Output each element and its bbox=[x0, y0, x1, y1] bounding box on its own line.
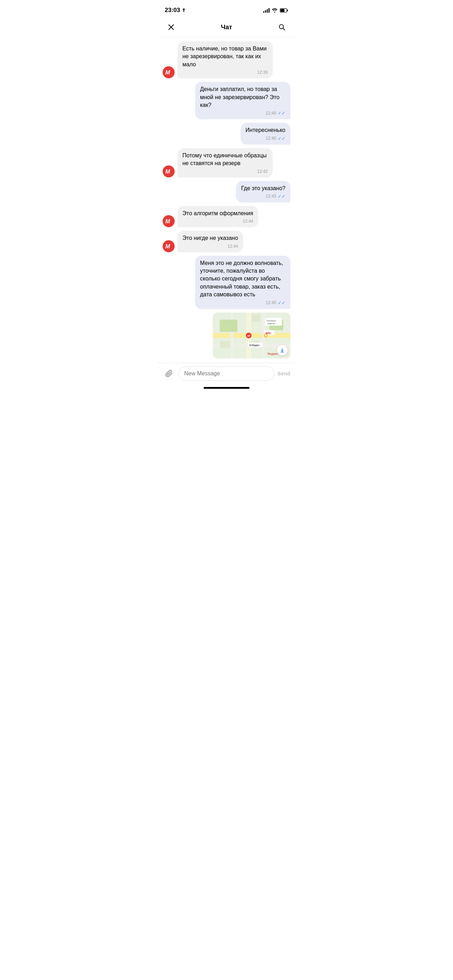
message-time: 12:39 bbox=[257, 70, 268, 75]
signal-icon bbox=[263, 8, 270, 13]
message-row: М Это нигде не указано 12:44 bbox=[163, 231, 290, 252]
message-text: Потому что единичные образцы не ставятся… bbox=[183, 152, 268, 167]
message-meta: 12:42 bbox=[183, 169, 268, 174]
wifi-icon bbox=[272, 8, 278, 13]
read-checkmarks: ✓✓ bbox=[278, 136, 285, 141]
message-bubble: Это нигде не указано 12:44 bbox=[178, 231, 243, 252]
message-meta: 12:39 bbox=[183, 70, 268, 75]
brand-logo: М bbox=[165, 69, 173, 75]
message-text: Интересненько bbox=[246, 126, 285, 134]
message-meta: 12:45 ✓✓ bbox=[200, 300, 285, 305]
message-meta: 12:43 ✓✓ bbox=[241, 194, 285, 199]
svg-text:Торговый: Торговый bbox=[266, 320, 275, 322]
brand-logo: М bbox=[165, 243, 173, 250]
send-button[interactable]: Send bbox=[277, 371, 290, 376]
svg-rect-17 bbox=[230, 313, 233, 358]
chat-area: М Есть наличие, но товар за Вами не заре… bbox=[158, 37, 295, 363]
message-bubble: Меня это не должно волновать, уточните, … bbox=[195, 256, 290, 309]
message-time: 12:44 bbox=[227, 244, 238, 249]
svg-rect-1 bbox=[287, 10, 288, 11]
search-button[interactable] bbox=[275, 21, 288, 33]
read-checkmarks: ✓✓ bbox=[278, 110, 285, 116]
message-input[interactable] bbox=[178, 366, 275, 381]
home-indicator-bar bbox=[203, 387, 250, 389]
svg-text:Яндекс: Яндекс bbox=[267, 352, 278, 356]
download-icon bbox=[280, 347, 285, 353]
svg-line-6 bbox=[283, 28, 285, 30]
message-bubble: Это алгоритм оформления 12:44 bbox=[178, 206, 258, 227]
avatar: М bbox=[163, 165, 175, 177]
brand-logo: М bbox=[165, 218, 173, 224]
status-bar: 23:03 bbox=[158, 0, 295, 18]
read-checkmarks: ✓✓ bbox=[278, 300, 285, 305]
message-row: М Есть наличие, но товар за Вами не заре… bbox=[163, 41, 290, 78]
message-bubble: Потому что единичные образцы не ставятся… bbox=[178, 148, 273, 177]
message-bubble: Интересненько 12:40 ✓✓ bbox=[241, 123, 290, 144]
message-text: Это алгоритм оформления bbox=[183, 210, 253, 217]
svg-text:М: М bbox=[165, 243, 170, 250]
page-title: Чат bbox=[221, 24, 232, 31]
time-display: 23:03 bbox=[165, 7, 180, 14]
message-time: 12:40 bbox=[265, 136, 276, 141]
svg-text:М: М bbox=[165, 168, 170, 175]
nav-bar: Чат bbox=[158, 18, 295, 37]
message-bubble: Где это указано? 12:43 ✓✓ bbox=[236, 181, 290, 202]
message-text: Где это указано? bbox=[241, 185, 285, 192]
svg-text:М: М bbox=[247, 334, 250, 337]
svg-point-34 bbox=[265, 334, 267, 337]
status-time: 23:03 bbox=[165, 7, 186, 14]
map-download-button[interactable] bbox=[277, 345, 288, 356]
message-meta: 12:44 bbox=[183, 244, 238, 249]
home-indicator bbox=[158, 384, 295, 391]
svg-rect-2 bbox=[280, 9, 285, 12]
message-meta: 12:40 ✓✓ bbox=[200, 110, 285, 116]
message-time: 12:43 bbox=[265, 194, 276, 199]
message-time: 12:40 bbox=[265, 111, 276, 116]
message-time: 12:42 bbox=[257, 169, 268, 174]
message-meta: 12:40 ✓✓ bbox=[246, 136, 285, 141]
attach-button[interactable] bbox=[163, 367, 175, 380]
avatar: М bbox=[163, 240, 175, 252]
svg-text:М: М bbox=[165, 69, 170, 75]
status-icons bbox=[263, 8, 288, 13]
svg-rect-20 bbox=[251, 314, 261, 321]
avatar: М bbox=[163, 215, 175, 227]
message-row: Деньги заплатил, но товар за мной не зар… bbox=[163, 82, 290, 119]
message-text: Меня это не должно волновать, уточните, … bbox=[200, 259, 285, 299]
map-bubble[interactable]: КРС Торговый квартал М М.Видео Яндекс bbox=[213, 313, 290, 358]
close-button[interactable] bbox=[165, 21, 178, 33]
svg-text:квартал: квартал bbox=[267, 323, 275, 325]
message-text: Есть наличие, но товар за Вами не зарезе… bbox=[183, 45, 268, 68]
brand-logo: М bbox=[165, 168, 173, 175]
svg-rect-18 bbox=[220, 320, 237, 332]
svg-text:М: М bbox=[165, 218, 170, 224]
message-bubble: Есть наличие, но товар за Вами не зарезе… bbox=[178, 41, 273, 78]
message-row: Меня это не должно волновать, уточните, … bbox=[163, 256, 290, 309]
map-message-row: КРС Торговый квартал М М.Видео Яндекс bbox=[163, 313, 290, 358]
message-time: 12:45 bbox=[265, 300, 276, 305]
message-row: Интересненько 12:40 ✓✓ bbox=[163, 123, 290, 144]
input-area: Send bbox=[158, 363, 295, 384]
avatar: М bbox=[163, 66, 175, 78]
paperclip-icon bbox=[165, 370, 173, 377]
svg-text:М.Видео: М.Видео bbox=[250, 344, 259, 347]
location-icon bbox=[181, 8, 186, 13]
message-text: Деньги заплатил, но товар за мной не зар… bbox=[200, 85, 285, 109]
read-checkmarks: ✓✓ bbox=[278, 194, 285, 199]
message-meta: 12:44 bbox=[183, 219, 253, 224]
message-text: Это нигде не указано bbox=[183, 234, 238, 242]
svg-rect-22 bbox=[220, 341, 230, 348]
message-row: М Потому что единичные образцы не ставят… bbox=[163, 148, 290, 177]
message-row: М Это алгоритм оформления 12:44 bbox=[163, 206, 290, 227]
message-time: 12:44 bbox=[243, 219, 253, 224]
battery-icon bbox=[280, 8, 288, 13]
message-row: Где это указано? 12:43 ✓✓ bbox=[163, 181, 290, 202]
message-bubble: Деньги заплатил, но товар за мной не зар… bbox=[195, 82, 290, 119]
